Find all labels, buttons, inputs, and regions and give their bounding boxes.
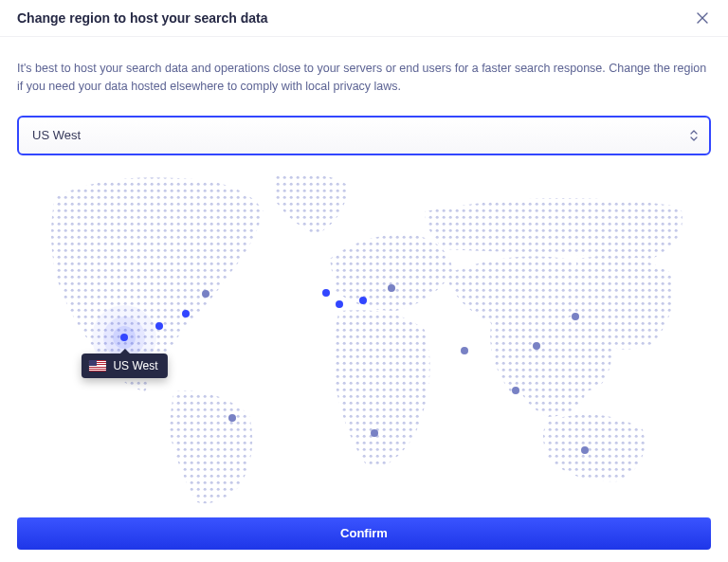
close-button[interactable] bbox=[694, 9, 711, 27]
region-marker-canada[interactable] bbox=[202, 290, 209, 298]
region-marker-japan[interactable] bbox=[572, 313, 579, 320]
region-marker-eu-west-2[interactable] bbox=[336, 300, 343, 308]
region-marker-s-africa[interactable] bbox=[371, 429, 378, 437]
select-arrows-icon bbox=[690, 130, 698, 141]
region-marker-singapore[interactable] bbox=[512, 387, 519, 394]
region-marker-brazil[interactable] bbox=[228, 414, 236, 422]
region-marker-eu-east[interactable] bbox=[388, 284, 395, 292]
dialog-title: Change region to host your search data bbox=[17, 10, 268, 26]
region-marker-hongkong[interactable] bbox=[533, 342, 540, 350]
world-map: US West bbox=[17, 169, 711, 510]
region-tooltip-label: US West bbox=[113, 359, 157, 372]
region-marker-eu-central[interactable] bbox=[359, 297, 367, 304]
description-text: It's best to host your search data and o… bbox=[17, 60, 711, 97]
confirm-button[interactable]: Confirm bbox=[17, 517, 711, 550]
region-marker-us-west[interactable] bbox=[120, 334, 128, 341]
region-select-value: US West bbox=[32, 128, 81, 142]
close-icon bbox=[697, 12, 708, 24]
region-marker-us-central[interactable] bbox=[155, 322, 163, 330]
dialog-body: It's best to host your search data and o… bbox=[0, 37, 728, 561]
region-marker-india[interactable] bbox=[461, 347, 468, 354]
region-select[interactable]: US West bbox=[17, 116, 711, 155]
us-flag-icon bbox=[89, 360, 106, 372]
region-marker-eu-west-1[interactable] bbox=[322, 289, 330, 297]
region-marker-us-east[interactable] bbox=[182, 310, 190, 317]
dialog-header: Change region to host your search data bbox=[0, 0, 728, 37]
region-marker-australia[interactable] bbox=[581, 446, 589, 454]
region-tooltip: US West bbox=[82, 354, 167, 378]
